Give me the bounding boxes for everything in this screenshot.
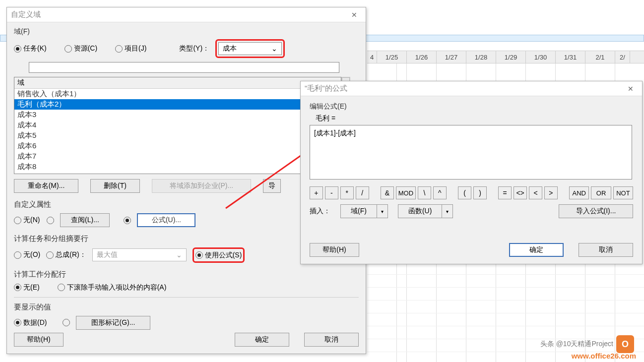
close-button[interactable]: ✕ <box>623 83 638 94</box>
insert-function-button[interactable]: 函数(U)▾ <box>398 204 453 218</box>
radio-task[interactable]: 任务(K) <box>14 44 47 53</box>
radio-attr-none[interactable]: 无(N) <box>14 216 40 225</box>
op-mult-button[interactable]: * <box>340 186 354 199</box>
op-lt-button[interactable]: < <box>529 186 542 199</box>
type-dropdown[interactable]: 成本 ⌄ <box>218 42 282 55</box>
close-button[interactable]: ✕ <box>347 9 362 20</box>
radio-project[interactable]: 项目(J) <box>115 44 146 53</box>
radio-display-graphic[interactable] <box>63 319 70 326</box>
ok-button[interactable]: 确定 <box>235 333 289 347</box>
op-backslash-button[interactable]: \ <box>418 186 431 199</box>
watermark-url: www.office26.com <box>572 352 636 360</box>
cancel-button[interactable]: 取消 <box>304 333 359 347</box>
op-or-button[interactable]: OR <box>591 186 611 199</box>
rollup-combo[interactable]: 最大值⌄ <box>92 248 187 261</box>
calc-assignment-header: 计算工作分配行 <box>14 270 359 279</box>
chevron-down-icon: ⌄ <box>176 251 182 259</box>
chevron-down-icon: ▾ <box>377 204 388 218</box>
help-button[interactable]: 帮助(H) <box>310 243 359 257</box>
date-header-row: 4 1/25 1/26 1/27 1/28 1/29 1/30 1/31 2/1… <box>367 51 644 63</box>
delete-button[interactable]: 删除(T) <box>90 179 140 193</box>
dialog-titlebar: "毛利"的公式 ✕ <box>301 81 642 96</box>
date-col: 1/29 <box>496 51 526 63</box>
use-formula-highlight: 使用公式(S) <box>193 247 245 263</box>
radio-assign-rolldown[interactable]: 下滚除手动输入项以外的内容(A) <box>58 283 167 292</box>
list-item[interactable]: 毛利（成本2） <box>14 99 341 110</box>
date-col: 1/25 <box>377 51 407 63</box>
list-item[interactable]: 成本3 <box>14 110 341 120</box>
date-col: 1/31 <box>556 51 585 63</box>
operator-row: + - * / & MOD \ ^ ( ) = <> < > AND OR NO… <box>310 186 633 199</box>
field-name-input[interactable] <box>29 62 339 73</box>
radio-attr-formula[interactable] <box>124 217 131 224</box>
op-lparen-button[interactable]: ( <box>458 186 471 199</box>
add-enterprise-button: 将域添加到企业(P)... <box>152 179 251 193</box>
list-item[interactable]: 成本6 <box>14 141 341 151</box>
edit-formula-label: 编辑公式(E) <box>310 102 633 111</box>
op-div-button[interactable]: / <box>356 186 369 199</box>
display-header: 要显示的值 <box>14 302 359 312</box>
lookup-button[interactable]: 查阅(L)... <box>60 213 110 227</box>
insert-field-button[interactable]: 域(F)▾ <box>340 204 388 218</box>
ok-button[interactable]: 确定 <box>509 243 564 257</box>
date-col: 4 <box>367 51 377 63</box>
op-gt-button[interactable]: > <box>544 186 558 199</box>
chevron-down-icon: ⌄ <box>271 45 277 53</box>
dialog-titlebar: 自定义域 ✕ <box>7 7 366 22</box>
radio-calc-none[interactable]: 无(O) <box>14 250 40 259</box>
list-item[interactable]: 成本8 <box>14 162 341 172</box>
watermark: 头条 @10天精通Project O <box>540 335 634 353</box>
help-button[interactable]: 帮助(H) <box>14 333 64 347</box>
date-col: 1/30 <box>526 51 556 63</box>
op-not-button[interactable]: NOT <box>613 186 633 199</box>
field-label: 域(F) <box>14 27 359 36</box>
dialog-title: 自定义域 <box>11 10 41 19</box>
graphic-indicators-button[interactable]: 图形标记(G)... <box>76 316 150 330</box>
op-eq-button[interactable]: = <box>498 186 512 199</box>
radio-use-formula[interactable]: 使用公式(S) <box>195 251 242 260</box>
op-ne-button[interactable]: <> <box>514 186 527 199</box>
rename-button[interactable]: 重命名(M)... <box>14 179 78 193</box>
import-button[interactable]: 导 <box>263 179 281 193</box>
list-item[interactable]: 成本4 <box>14 120 341 130</box>
radio-attr-lookup[interactable] <box>47 217 54 224</box>
type-label: 类型(Y)： <box>179 44 209 53</box>
date-col: 1/27 <box>437 51 466 63</box>
field-equals: 毛利 = <box>316 114 633 123</box>
op-rparen-button[interactable]: ) <box>473 186 487 199</box>
radio-resource[interactable]: 资源(C) <box>64 44 97 53</box>
date-col: 2/1 <box>585 51 615 63</box>
list-item[interactable]: 成本5 <box>14 130 341 141</box>
date-col: 1/28 <box>466 51 496 63</box>
op-amp-button[interactable]: & <box>381 186 394 199</box>
type-highlight: 成本 ⌄ <box>215 39 285 58</box>
list-header: 域 <box>14 77 341 89</box>
radio-calc-rollup[interactable]: 总成(R)： <box>46 250 86 259</box>
import-formula-button[interactable]: 导入公式(I)... <box>559 204 633 218</box>
formula-dialog: "毛利"的公式 ✕ 编辑公式(E) 毛利 = [成本1]-[成本] + - * … <box>300 81 643 264</box>
op-mod-button[interactable]: MOD <box>396 186 416 199</box>
dialog-title: "毛利"的公式 <box>305 84 347 93</box>
list-item[interactable]: 销售收入（成本1） <box>14 89 341 99</box>
insert-label: 插入： <box>310 207 330 216</box>
op-minus-button[interactable]: - <box>325 186 338 199</box>
list-item[interactable]: 成本7 <box>14 151 341 162</box>
formula-textarea[interactable]: [成本1]-[成本] <box>310 125 632 180</box>
cancel-button[interactable]: 取消 <box>579 243 633 257</box>
logo-icon: O <box>616 335 634 353</box>
radio-display-data[interactable]: 数据(D) <box>14 318 47 327</box>
op-plus-button[interactable]: + <box>310 186 323 199</box>
field-listbox[interactable]: 域 销售收入（成本1） 毛利（成本2） 成本3 成本4 成本5 成本6 成本7 … <box>14 77 341 174</box>
chevron-down-icon: ▾ <box>442 204 453 218</box>
date-col: 1/26 <box>407 51 437 63</box>
date-col: 2/ <box>615 51 630 63</box>
radio-assign-none[interactable]: 无(E) <box>14 283 40 292</box>
op-and-button[interactable]: AND <box>569 186 589 199</box>
op-caret-button[interactable]: ^ <box>433 186 447 199</box>
formula-button[interactable]: 公式(U)... <box>137 213 195 227</box>
